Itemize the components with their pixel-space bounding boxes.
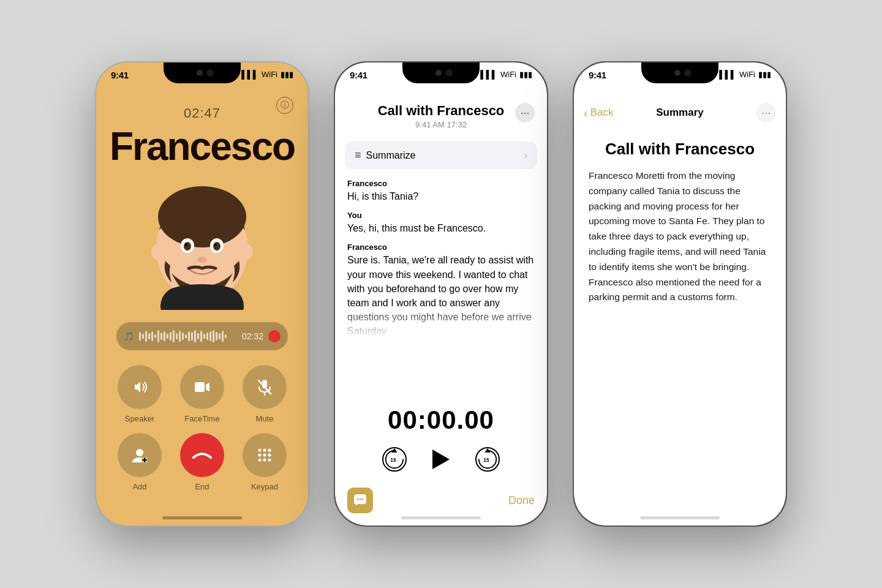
back-button[interactable]: ‹ Back: [584, 106, 613, 120]
summarize-label: Summarize: [366, 150, 416, 161]
message-2: Francesco Sure is. Tania, we're all read…: [347, 243, 535, 338]
forward-icon: 15: [475, 447, 500, 472]
message-1: You Yes, hi, this must be Francesco.: [347, 211, 535, 235]
signal-icon-3: ▌▌▌: [719, 70, 736, 79]
notch-dot-2: [435, 70, 442, 76]
info-button[interactable]: ⓘ: [276, 97, 293, 114]
svg-point-28: [263, 459, 266, 462]
play-button[interactable]: [425, 443, 457, 475]
waveform: [139, 330, 237, 343]
transcript-title: Call with Francesco: [378, 103, 505, 119]
svg-marker-13: [206, 383, 209, 391]
svg-point-23: [268, 449, 271, 452]
sender-2: Francesco: [347, 243, 535, 252]
caller-avatar: [135, 175, 270, 310]
call-buttons-row-1: Speaker FaceTime: [118, 365, 287, 423]
home-indicator-1: [162, 516, 242, 519]
notch-camera-2: [445, 69, 453, 77]
phone-3: 9:41 ▌▌▌ WiFi ▮▮▮ ‹ Back Summary ··· Cal…: [573, 61, 787, 527]
home-indicator-3: [640, 516, 720, 519]
summary-nav-title: Summary: [656, 107, 703, 119]
status-time-2: 9:41: [350, 70, 368, 80]
status-icons-2: ▌▌▌ WiFi ▮▮▮: [480, 70, 532, 79]
transcript-messages: Francesco Hi, is this Tania? You Yes, hi…: [335, 169, 547, 405]
svg-text:15: 15: [483, 457, 489, 463]
summarize-chevron-icon: ›: [524, 150, 527, 161]
notch-camera-3: [684, 69, 692, 77]
recording-bar: 🎵: [116, 322, 288, 350]
svg-point-29: [268, 459, 271, 462]
facetime-icon: [180, 365, 224, 409]
status-icons-3: ▌▌▌ WiFi ▮▮▮: [719, 70, 771, 79]
add-label: Add: [132, 482, 146, 491]
phone-1: 9:41 ▌▌▌ WiFi ▮▮▮ ⓘ 02:47 Francesco: [95, 61, 309, 527]
keypad-label: Keypad: [251, 482, 278, 491]
message-0: Francesco Hi, is this Tania?: [347, 179, 535, 203]
phone-2: 9:41 ▌▌▌ WiFi ▮▮▮ Call with Francesco 9:…: [334, 61, 548, 527]
svg-point-35: [357, 499, 359, 500]
svg-point-25: [263, 454, 266, 457]
done-button[interactable]: Done: [508, 494, 535, 507]
end-label: End: [195, 482, 209, 491]
notch-2: [402, 62, 480, 83]
more-icon: ···: [520, 107, 529, 119]
keypad-icon: [243, 433, 287, 477]
chat-icon-button[interactable]: [347, 488, 373, 513]
signal-icon-2: ▌▌▌: [480, 70, 497, 79]
recording-indicator: [268, 330, 281, 342]
summarize-left: ≡ Summarize: [355, 149, 415, 162]
status-icons-1: ▌▌▌ WiFi ▮▮▮: [241, 70, 293, 79]
speaker-icon: [118, 365, 162, 409]
notch-dot-1: [197, 70, 203, 76]
summary-content: Call with Francesco Francesco Moretti fr…: [574, 130, 786, 526]
playback-controls: 15 15: [381, 443, 501, 475]
end-icon: [180, 433, 224, 477]
forward-button[interactable]: 15: [474, 446, 501, 473]
caller-name: Francesco: [110, 124, 295, 169]
back-label: Back: [590, 107, 614, 119]
summary-screen: 9:41 ▌▌▌ WiFi ▮▮▮ ‹ Back Summary ··· Cal…: [574, 62, 786, 526]
notch-dot-3: [674, 70, 680, 76]
svg-point-37: [362, 499, 364, 500]
transcript-screen: 9:41 ▌▌▌ WiFi ▮▮▮ Call with Francesco 9:…: [335, 62, 547, 526]
svg-point-6: [184, 242, 191, 251]
svg-point-26: [268, 454, 271, 457]
mute-button[interactable]: Mute: [243, 365, 287, 423]
call-buttons-row-2: Add End: [118, 433, 287, 491]
svg-point-9: [214, 244, 217, 246]
rewind-button[interactable]: 15: [381, 446, 408, 473]
wifi-icon-2: WiFi: [500, 70, 516, 79]
play-icon: [432, 450, 450, 469]
call-timer: 02:47: [184, 105, 221, 121]
transcript-more-button[interactable]: ···: [515, 103, 535, 123]
sender-0: Francesco: [347, 179, 535, 188]
svg-point-24: [258, 454, 262, 457]
mute-label: Mute: [256, 414, 274, 423]
facetime-button[interactable]: FaceTime: [180, 365, 224, 423]
summary-more-button[interactable]: ···: [756, 103, 776, 123]
summary-more-icon: ···: [761, 107, 771, 119]
status-time-1: 9:41: [111, 70, 129, 80]
playback-section: 00:00.00 15: [335, 405, 547, 481]
add-button[interactable]: Add: [118, 433, 162, 491]
message-text-1: Yes, hi, this must be Francesco.: [347, 221, 535, 235]
battery-icon-1: ▮▮▮: [281, 70, 293, 79]
message-text-2: Sure is. Tania, we're all ready to assis…: [347, 253, 535, 338]
keypad-button[interactable]: Keypad: [243, 433, 287, 491]
wifi-icon-1: WiFi: [262, 70, 277, 79]
speaker-label: Speaker: [125, 414, 154, 423]
summary-body: Francesco Moretti from the moving compan…: [589, 168, 771, 305]
end-button[interactable]: End: [180, 433, 224, 491]
summarize-button[interactable]: ≡ Summarize ›: [345, 141, 537, 169]
wifi-icon-3: WiFi: [739, 70, 755, 79]
svg-point-27: [258, 459, 262, 462]
chevron-left-icon: ‹: [584, 106, 588, 120]
mute-icon: [243, 365, 287, 409]
add-icon: [118, 433, 162, 477]
sender-1: You: [347, 211, 535, 220]
svg-point-7: [213, 242, 221, 251]
notch-1: [164, 62, 241, 83]
speaker-button[interactable]: Speaker: [118, 365, 162, 423]
summarize-icon: ≡: [355, 149, 361, 162]
notch-camera-1: [206, 69, 214, 77]
